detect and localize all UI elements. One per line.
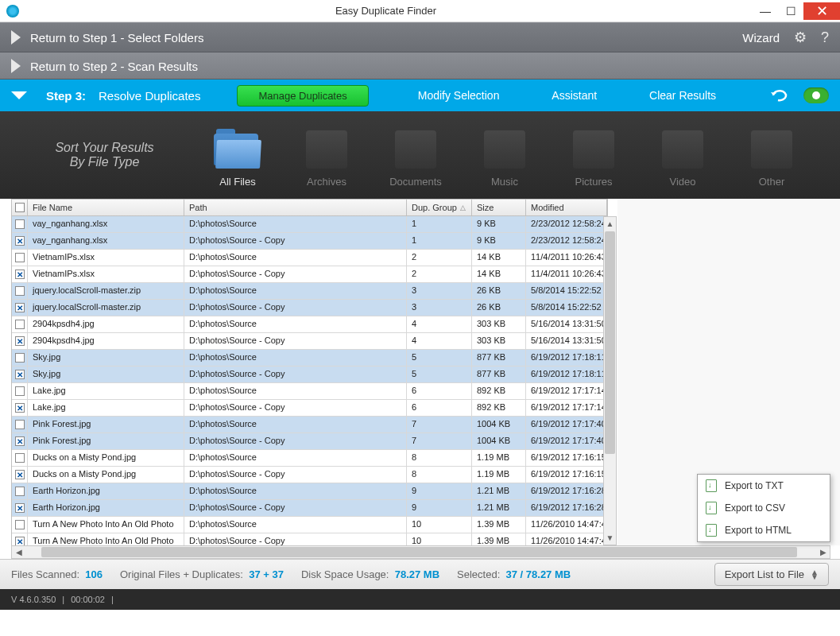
row-checkbox[interactable] <box>15 453 25 463</box>
minimize-button[interactable]: — <box>753 2 778 20</box>
row-checkbox[interactable] <box>15 353 25 363</box>
horizontal-scrollbar[interactable]: ◀ ▶ <box>11 545 830 559</box>
table-row[interactable]: ✕VietnamIPs.xlsxD:\photos\Source - Copy2… <box>12 266 607 283</box>
modify-selection-button[interactable]: Modify Selection <box>418 89 500 102</box>
vertical-scrollbar[interactable]: ▲ ▼ <box>603 216 617 545</box>
cell-group: 9 <box>407 483 472 499</box>
table-row[interactable]: ✕2904kpsdh4.jpgD:\photos\Source - Copy43… <box>12 333 607 350</box>
cell-filename: jquery.localScroll-master.zip <box>28 283 184 299</box>
cell-path: D:\photos\Source <box>184 517 407 533</box>
cell-size: 877 KB <box>472 350 526 366</box>
table-row[interactable]: VietnamIPs.xlsxD:\photos\Source214 KB11/… <box>12 250 607 266</box>
category-icon <box>662 130 703 169</box>
row-checkbox[interactable]: ✕ <box>15 537 25 545</box>
clear-results-button[interactable]: Clear Results <box>649 89 716 102</box>
nav-step2[interactable]: Return to Step 2 - Scan Results <box>0 52 840 80</box>
gear-icon[interactable]: ⚙ <box>794 29 807 46</box>
undo-icon[interactable] <box>768 88 791 103</box>
row-checkbox[interactable] <box>15 286 25 296</box>
type-pictures[interactable]: Pictures <box>549 123 638 188</box>
nav-step1-label: Return to Step 1 - Select Folders <box>30 31 203 45</box>
row-checkbox[interactable] <box>15 520 25 529</box>
cell-size: 1.21 MB <box>472 500 526 516</box>
table-row[interactable]: Sky.jpgD:\photos\Source5877 KB6/19/2012 … <box>12 350 607 366</box>
table-row[interactable]: Ducks on a Misty Pond.jpgD:\photos\Sourc… <box>12 450 607 467</box>
table-row[interactable]: Lake.jpgD:\photos\Source6892 KB6/19/2012… <box>12 383 607 400</box>
cell-modified: 6/19/2012 17:16:28 <box>526 500 607 516</box>
type-documents[interactable]: Documents <box>371 123 460 188</box>
row-checkbox[interactable]: ✕ <box>15 403 25 413</box>
maximize-button[interactable]: ☐ <box>778 2 803 20</box>
cell-path: D:\photos\Source <box>184 316 407 332</box>
close-button[interactable]: ✕ <box>803 2 840 20</box>
table-row[interactable]: ✕Sky.jpgD:\photos\Source - Copy5877 KB6/… <box>12 366 607 383</box>
column-filename[interactable]: File Name <box>28 200 184 215</box>
row-checkbox[interactable]: ✕ <box>15 336 25 346</box>
row-checkbox[interactable] <box>15 386 25 396</box>
table-body: vay_nganhang.xlsxD:\photos\Source19 KB2/… <box>11 216 608 545</box>
disc-button[interactable] <box>803 87 829 103</box>
table-area: File Name Path Dup. Group△ Size Modified… <box>0 199 840 545</box>
cell-group: 7 <box>407 433 472 449</box>
type-video[interactable]: Video <box>638 123 727 188</box>
row-checkbox[interactable]: ✕ <box>15 236 25 246</box>
type-all-files[interactable]: All Files <box>193 123 282 188</box>
cell-modified: 6/19/2012 17:16:15 <box>526 450 607 466</box>
step-sublabel: Resolve Duplicates <box>99 89 200 103</box>
table-row[interactable]: ✕jquery.localScroll-master.zipD:\photos\… <box>12 300 607 316</box>
type-archives[interactable]: Archives <box>282 123 371 188</box>
cell-filename: vay_nganhang.xlsx <box>28 233 184 249</box>
manage-duplicates-button[interactable]: Manage Duplicates <box>237 85 368 107</box>
row-checkbox[interactable] <box>15 253 25 262</box>
cell-path: D:\photos\Source - Copy <box>184 400 407 416</box>
table-row[interactable]: vay_nganhang.xlsxD:\photos\Source19 KB2/… <box>12 216 607 233</box>
table-row[interactable]: ✕Earth Horizon.jpgD:\photos\Source - Cop… <box>12 500 607 517</box>
cell-path: D:\photos\Source - Copy <box>184 467 407 483</box>
table-row[interactable]: Turn A New Photo Into An Old PhotoD:\pho… <box>12 517 607 533</box>
cell-group: 6 <box>407 400 472 416</box>
type-other[interactable]: Other <box>727 123 816 188</box>
row-checkbox[interactable]: ✕ <box>15 370 25 379</box>
row-checkbox[interactable]: ✕ <box>15 470 25 479</box>
cell-filename: Sky.jpg <box>28 350 184 366</box>
row-checkbox[interactable]: ✕ <box>15 303 25 312</box>
row-checkbox[interactable] <box>15 420 25 429</box>
column-modified[interactable]: Modified <box>526 200 607 215</box>
assistant-button[interactable]: Assistant <box>552 89 597 102</box>
column-path[interactable]: Path <box>184 200 407 215</box>
export-option[interactable]: Export to TXT <box>698 475 830 497</box>
table-row[interactable]: ✕Lake.jpgD:\photos\Source - Copy6892 KB6… <box>12 400 607 417</box>
folder-icon <box>214 130 261 169</box>
table-row[interactable]: ✕Turn A New Photo Into An Old PhotoD:\ph… <box>12 533 607 545</box>
export-option[interactable]: Export to HTML <box>698 519 830 541</box>
table-row[interactable]: Pink Forest.jpgD:\photos\Source71004 KB6… <box>12 417 607 433</box>
nav-step1[interactable]: Return to Step 1 - Select Folders Wizard… <box>0 22 840 52</box>
cell-path: D:\photos\Source <box>184 483 407 499</box>
cell-filename: Lake.jpg <box>28 400 184 416</box>
chevron-down-icon[interactable] <box>11 91 27 99</box>
table-row[interactable]: 2904kpsdh4.jpgD:\photos\Source4303 KB5/1… <box>12 316 607 333</box>
row-checkbox[interactable]: ✕ <box>15 270 25 279</box>
column-size[interactable]: Size <box>472 200 526 215</box>
type-music[interactable]: Music <box>460 123 549 188</box>
row-checkbox[interactable]: ✕ <box>15 503 25 513</box>
table-row[interactable]: Earth Horizon.jpgD:\photos\Source91.21 M… <box>12 483 607 500</box>
cell-modified: 11/26/2010 14:47:47 <box>526 533 607 545</box>
cell-path: D:\photos\Source - Copy <box>184 233 407 249</box>
row-checkbox[interactable] <box>15 487 25 496</box>
table-row[interactable]: ✕vay_nganhang.xlsxD:\photos\Source - Cop… <box>12 233 607 250</box>
export-list-button[interactable]: Export List to File ▲▼ <box>714 563 829 586</box>
column-group[interactable]: Dup. Group△ <box>407 200 472 215</box>
export-option[interactable]: Export to CSV <box>698 497 830 519</box>
table-row[interactable]: ✕Pink Forest.jpgD:\photos\Source - Copy7… <box>12 433 607 450</box>
cell-filename: Lake.jpg <box>28 383 184 399</box>
wizard-label[interactable]: Wizard <box>742 31 780 45</box>
table-row[interactable]: jquery.localScroll-master.zipD:\photos\S… <box>12 283 607 300</box>
cell-group: 7 <box>407 417 472 432</box>
header-checkbox[interactable] <box>12 200 28 215</box>
help-icon[interactable]: ? <box>821 29 829 46</box>
row-checkbox[interactable]: ✕ <box>15 436 25 446</box>
row-checkbox[interactable] <box>15 320 25 329</box>
row-checkbox[interactable] <box>15 219 25 229</box>
table-row[interactable]: ✕Ducks on a Misty Pond.jpgD:\photos\Sour… <box>12 467 607 483</box>
